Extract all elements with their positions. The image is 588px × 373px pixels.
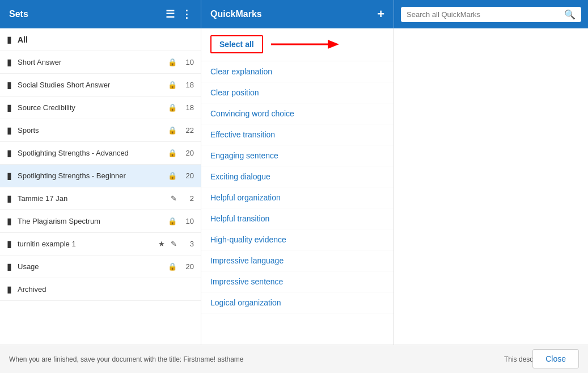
set-name: Archived xyxy=(18,285,194,294)
set-name: Social Studies Short Answer xyxy=(18,81,162,89)
set-item-tammie[interactable]: ▮ Tammie 17 Jan ✎ 2 xyxy=(0,187,201,210)
more-options-icon[interactable]: ⋮ xyxy=(181,8,192,20)
qm-label: Helpful transition xyxy=(210,214,269,223)
lock-icon: 🔒 xyxy=(168,217,177,225)
svg-marker-1 xyxy=(328,40,339,49)
set-name: Spotlighting Strengths - Beginner xyxy=(18,171,162,180)
lock-icon: 🔒 xyxy=(168,149,177,157)
red-arrow xyxy=(271,36,339,54)
qm-label: Exciting dialogue xyxy=(210,172,270,181)
lock-icon: 🔒 xyxy=(168,58,177,66)
set-name-all: All xyxy=(18,35,194,44)
set-count: 20 xyxy=(183,262,194,271)
set-count: 3 xyxy=(183,240,194,248)
qm-item-helpful-transition[interactable]: Helpful transition xyxy=(201,208,394,229)
modal-container: Sets ☰ ⋮ QuickMarks + 🔍 ▮ All ▮ xyxy=(0,0,588,373)
folder-icon: ▮ xyxy=(7,148,12,158)
set-item-all[interactable]: ▮ All xyxy=(0,28,201,51)
qm-item-engaging-sentence[interactable]: Engaging sentence xyxy=(201,145,394,166)
set-name-sports: Sports xyxy=(18,126,162,135)
set-count: 10 xyxy=(183,217,194,225)
set-item-spotlighting-advanced[interactable]: ▮ Spotlighting Strengths - Advanced 🔒 20 xyxy=(0,142,201,165)
qm-label: Clear position xyxy=(210,88,259,97)
qm-item-clear-position[interactable]: Clear position xyxy=(201,82,394,103)
set-item-spotlighting-beginner[interactable]: ▮ Spotlighting Strengths - Beginner 🔒 20 xyxy=(0,165,201,187)
set-count: 22 xyxy=(183,126,194,135)
set-item-short-answer[interactable]: ▮ Short Answer 🔒 10 xyxy=(0,51,201,74)
search-box: 🔍 xyxy=(401,7,581,22)
star-icon: ★ xyxy=(158,240,165,248)
lock-icon: 🔒 xyxy=(168,81,177,89)
sets-title: Sets xyxy=(9,9,159,19)
quickmarks-title: QuickMarks xyxy=(210,9,373,19)
qm-label: Convincing word choice xyxy=(210,109,294,118)
set-name: turnitin example 1 xyxy=(18,240,153,248)
select-all-bar: Select all xyxy=(201,28,394,61)
folder-icon: ▮ xyxy=(7,79,12,90)
lock-icon: 🔒 xyxy=(168,126,177,135)
qm-item-convincing-word-choice[interactable]: Convincing word choice xyxy=(201,103,394,124)
footer-left-text: When you are finished, save your documen… xyxy=(9,355,244,363)
set-item-turnitin[interactable]: ▮ turnitin example 1 ★ ✎ 3 xyxy=(0,233,201,255)
close-button[interactable]: Close xyxy=(532,349,579,368)
qm-item-helpful-organization[interactable]: Helpful organization xyxy=(201,187,394,208)
header: Sets ☰ ⋮ QuickMarks + 🔍 xyxy=(0,0,588,28)
qm-item-impressive-language[interactable]: Impressive language xyxy=(201,250,394,271)
set-name: The Plagiarism Spectrum xyxy=(18,217,162,225)
set-name-source-credibility: Source Credibility xyxy=(18,103,162,112)
qm-label: High-quality evidence xyxy=(210,235,286,244)
qm-item-effective-transition[interactable]: Effective transition xyxy=(201,124,394,145)
main-content: ▮ All ▮ Short Answer 🔒 10 ▮ Social Studi… xyxy=(0,28,588,345)
qm-label: Impressive sentence xyxy=(210,277,283,286)
qm-item-clear-explanation[interactable]: Clear explanation xyxy=(201,61,394,82)
edit-icon[interactable]: ✎ xyxy=(171,240,177,248)
set-item-usage[interactable]: ▮ Usage 🔒 20 xyxy=(0,255,201,278)
set-item-social-studies[interactable]: ▮ Social Studies Short Answer 🔒 18 xyxy=(0,74,201,97)
qm-item-exciting-dialogue[interactable]: Exciting dialogue xyxy=(201,166,394,187)
folder-icon: ▮ xyxy=(7,261,12,272)
footer: When you are finished, save your documen… xyxy=(0,345,588,373)
set-item-source-credibility[interactable]: ▮ Source Credibility 🔒 18 xyxy=(0,97,201,119)
set-name: Short Answer xyxy=(18,58,162,66)
set-item-plagiarism[interactable]: ▮ The Plagiarism Spectrum 🔒 10 xyxy=(0,210,201,233)
select-all-button[interactable]: Select all xyxy=(210,35,263,53)
qm-label: Logical organization xyxy=(210,298,281,307)
quickmarks-header: QuickMarks + xyxy=(201,0,394,28)
folder-icon: ▮ xyxy=(7,216,12,227)
folder-icon: ▮ xyxy=(7,102,12,113)
add-quickmark-icon[interactable]: + xyxy=(377,7,384,22)
set-count: 20 xyxy=(183,149,194,157)
set-count: 2 xyxy=(183,194,194,203)
sets-panel: ▮ All ▮ Short Answer 🔒 10 ▮ Social Studi… xyxy=(0,28,201,345)
edit-icon[interactable]: ✎ xyxy=(171,194,177,203)
qm-item-high-quality-evidence[interactable]: High-quality evidence xyxy=(201,229,394,250)
qm-item-impressive-sentence[interactable]: Impressive sentence xyxy=(201,271,394,292)
set-name: Tammie 17 Jan xyxy=(18,194,165,203)
search-input[interactable] xyxy=(407,10,560,19)
set-count: 18 xyxy=(183,81,194,89)
set-name: Usage xyxy=(18,262,162,271)
qm-item-logical-organization[interactable]: Logical organization xyxy=(201,292,394,313)
search-area: 🔍 xyxy=(394,0,588,28)
folder-icon-all: ▮ xyxy=(7,34,12,45)
folder-icon: ▮ xyxy=(7,57,12,68)
set-item-sports[interactable]: ▮ Sports 🔒 22 xyxy=(0,119,201,142)
set-count: 10 xyxy=(183,58,194,66)
lock-icon: 🔒 xyxy=(168,103,177,112)
qm-label: Clear explanation xyxy=(210,67,272,76)
qm-label: Engaging sentence xyxy=(210,151,278,160)
set-item-archived[interactable]: ▮ Archived xyxy=(0,278,201,301)
lock-icon: 🔒 xyxy=(168,262,177,271)
lock-icon: 🔒 xyxy=(168,171,177,180)
folder-icon: ▮ xyxy=(7,284,12,295)
qm-label: Effective transition xyxy=(210,130,275,139)
folder-icon: ▮ xyxy=(7,125,12,136)
search-button[interactable]: 🔍 xyxy=(564,9,576,20)
right-panel xyxy=(394,28,588,345)
quickmarks-panel: Select all Clear explanation Clear posit… xyxy=(201,28,394,345)
folder-icon: ▮ xyxy=(7,193,12,204)
folder-icon: ▮ xyxy=(7,170,12,181)
qm-label: Helpful organization xyxy=(210,193,281,202)
set-name: Spotlighting Strengths - Advanced xyxy=(18,149,162,157)
filter-icon[interactable]: ☰ xyxy=(166,8,175,20)
